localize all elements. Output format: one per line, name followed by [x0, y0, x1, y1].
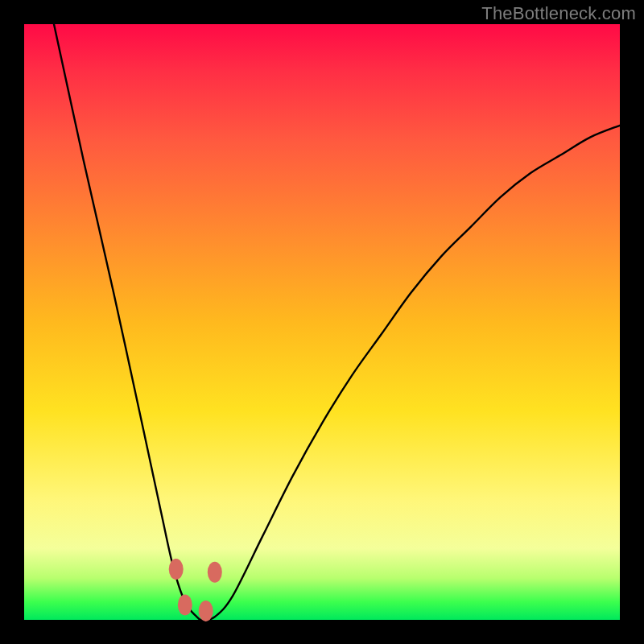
chart-frame: TheBottleneck.com [0, 0, 644, 644]
bottleneck-curve [54, 24, 620, 620]
curve-marker [199, 601, 213, 621]
curve-marker [208, 562, 222, 583]
curve-markers [169, 559, 222, 621]
curve-marker [169, 559, 184, 580]
curve-marker [178, 595, 192, 616]
plot-area [24, 24, 620, 620]
curve-layer [24, 24, 620, 620]
watermark-text: TheBottleneck.com [481, 3, 636, 24]
